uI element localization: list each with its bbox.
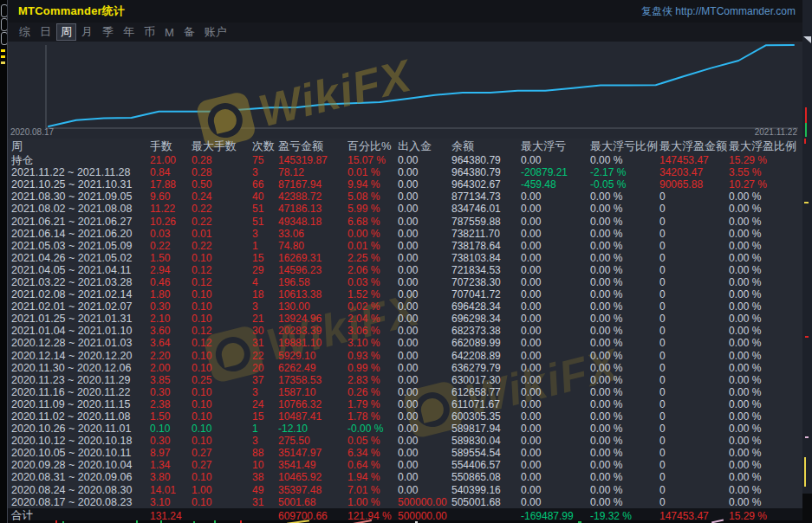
menu-item-月[interactable]: 月: [77, 23, 97, 41]
value-cell: 877134.73: [451, 190, 521, 203]
value-cell: 0: [659, 337, 729, 349]
value-cell: 0.00: [398, 386, 451, 398]
equity-chart[interactable]: 2020.08.17 2021.11.22: [8, 42, 802, 139]
table-row[interactable]: 2020.10.05 ~ 2020.10.118.970.278835147.9…: [8, 447, 802, 459]
table-row[interactable]: 2021.10.25 ~ 2021.10.3117.880.506687167.…: [8, 178, 802, 190]
value-cell: 0.00: [398, 252, 451, 264]
period-cell: 2020.08.31 ~ 2020.09.06: [11, 471, 150, 483]
value-cell: 0.22: [192, 240, 252, 252]
value-cell: 0.00 %: [590, 288, 659, 300]
value-cell: 540399.16: [451, 484, 521, 496]
column-header: 最大浮亏比例: [590, 139, 659, 154]
table-row[interactable]: 2020.12.14 ~ 2020.12.202.200.10225929.10…: [8, 350, 802, 362]
value-cell: 7.01 %: [348, 484, 398, 496]
menu-item-周[interactable]: 周: [56, 23, 76, 41]
menu-item-账户[interactable]: 账户: [200, 23, 231, 41]
value-cell: 130.00: [278, 300, 348, 313]
menu-item-综[interactable]: 综: [15, 23, 35, 41]
table-row[interactable]: 2020.08.17 ~ 2020.08.233.100.10315001.68…: [8, 496, 802, 508]
value-cell: 0.30: [150, 300, 192, 313]
table-row[interactable]: 2020.08.31 ~ 2020.09.063.800.103810465.9…: [8, 471, 802, 483]
table-row[interactable]: 2020.11.30 ~ 2020.12.062.000.10206262.49…: [8, 362, 802, 374]
table-row[interactable]: 2020.12.28 ~ 2021.01.033.640.123119881.1…: [8, 337, 802, 349]
value-cell: 0.00 %: [729, 459, 803, 471]
value-cell: 3: [252, 300, 278, 313]
value-cell: 14.01: [150, 484, 192, 496]
value-cell: 0.00 %: [729, 374, 803, 386]
value-cell: 0.10: [150, 423, 192, 435]
value-cell: 1587.10: [278, 386, 348, 398]
value-cell: 0.01 %: [348, 240, 398, 252]
value-cell: 0.00: [521, 496, 590, 508]
table-row[interactable]: 持仓21.000.2875145319.8715.07 %0.00964380.…: [8, 154, 802, 166]
table-row[interactable]: 2021.06.14 ~ 2021.06.200.030.01333.060.0…: [8, 228, 802, 240]
candle-mark: [804, 139, 806, 144]
value-cell: 0.00 %: [729, 313, 803, 325]
table-row[interactable]: 2021.01.04 ~ 2021.01.103.600.123020283.3…: [8, 325, 802, 337]
ma-line-mark: [805, 436, 809, 438]
value-cell: 0.00: [398, 471, 451, 483]
table-row[interactable]: 2020.08.24 ~ 2020.08.3014.011.004935397.…: [8, 484, 802, 496]
value-cell: 20283.39: [278, 325, 348, 337]
table-row[interactable]: 2020.10.12 ~ 2020.10.180.300.103275.500.…: [8, 435, 802, 447]
value-cell: 0.00: [398, 154, 451, 166]
value-cell: 0.00 %: [729, 240, 803, 252]
table-row[interactable]: 2021.05.03 ~ 2021.05.090.220.22174.800.0…: [8, 240, 802, 252]
table-row[interactable]: 2021.08.30 ~ 2021.09.059.600.244042388.7…: [8, 190, 802, 203]
menu-item-币[interactable]: 币: [140, 23, 159, 41]
period-cell: 2021.03.22 ~ 2021.03.28: [11, 276, 150, 288]
period-cell: 2020.12.28 ~ 2021.01.03: [11, 337, 150, 349]
table-body: 持仓21.000.2875145319.8715.07 %0.00964380.…: [8, 154, 802, 508]
menu-item-备[interactable]: 备: [179, 23, 199, 41]
table-row[interactable]: 2021.08.02 ~ 2021.08.0811.220.225147186.…: [8, 203, 802, 215]
table-row[interactable]: 2020.11.16 ~ 2020.11.220.300.1031587.100…: [8, 386, 802, 398]
value-cell: 0: [659, 471, 729, 483]
value-cell: 0.25: [192, 374, 252, 386]
value-cell: 3: [252, 386, 278, 398]
value-cell: 147453.47: [659, 154, 729, 166]
menu-item-日[interactable]: 日: [36, 23, 55, 41]
value-cell: 0.00 %: [590, 300, 659, 313]
value-cell: 0: [659, 216, 729, 228]
value-cell: 1.00 %: [348, 496, 398, 508]
value-cell: 10766.32: [278, 398, 348, 410]
candle-mark: [805, 123, 807, 137]
period-cell: 2021.11.22 ~ 2021.11.28: [11, 166, 150, 178]
value-cell: 0.64 %: [348, 459, 398, 471]
table-row[interactable]: 2021.03.22 ~ 2021.03.280.460.124196.580.…: [8, 276, 802, 288]
menu-item-年[interactable]: 年: [119, 23, 139, 41]
value-cell: 40: [252, 190, 278, 203]
table-row[interactable]: 2020.09.28 ~ 2020.10.041.340.27103541.49…: [8, 459, 802, 471]
table-row[interactable]: 2020.11.23 ~ 2020.11.293.850.253717358.5…: [8, 374, 802, 386]
value-cell: 0.00: [398, 398, 451, 410]
period-cell: 2021.08.30 ~ 2021.09.05: [11, 190, 150, 203]
value-cell: 0.99 %: [348, 362, 398, 374]
table-row[interactable]: 2021.04.26 ~ 2021.05.021.500.101516269.3…: [8, 252, 802, 264]
table-row[interactable]: 2021.02.01 ~ 2021.02.070.300.103130.000.…: [8, 300, 802, 313]
menu-item-M[interactable]: M: [160, 25, 179, 40]
value-cell: 611071.67: [451, 398, 521, 410]
table-row[interactable]: 2020.11.02 ~ 2020.11.081.500.101510487.4…: [8, 410, 802, 423]
value-cell: 0: [659, 203, 729, 215]
table-row[interactable]: 2021.01.25 ~ 2021.01.312.100.102113924.9…: [8, 313, 802, 325]
value-cell: 1: [252, 240, 278, 252]
value-cell: 3: [252, 166, 278, 178]
menu-item-季[interactable]: 季: [98, 23, 118, 41]
table-row[interactable]: 2021.11.22 ~ 2021.11.280.840.28378.120.0…: [8, 166, 802, 178]
total-row[interactable]: 合计131.24609700.66121.94 %500000.00-16948…: [8, 508, 806, 520]
table-row[interactable]: 2020.11.09 ~ 2020.11.152.380.102410766.3…: [8, 398, 802, 410]
value-cell: 51: [252, 203, 278, 215]
value-cell: 0.00: [398, 264, 451, 276]
table-row[interactable]: 2021.04.05 ~ 2021.04.112.940.122914596.2…: [8, 264, 802, 276]
value-cell: 0.00: [398, 410, 451, 423]
value-cell: 13924.96: [278, 313, 348, 325]
value-cell: 3541.49: [278, 459, 348, 471]
table-row[interactable]: 2021.02.08 ~ 2021.02.141.800.101810613.3…: [8, 288, 802, 300]
brand-link[interactable]: 复盘侠 http://MTCommander.com: [641, 4, 796, 19]
table-row[interactable]: 2021.06.21 ~ 2021.06.2710.260.225149348.…: [8, 215, 802, 227]
value-cell: 0.00: [521, 447, 590, 459]
value-cell: 0.00: [398, 484, 451, 496]
value-cell: 630017.30: [451, 374, 521, 386]
table-row[interactable]: 2020.10.26 ~ 2020.11.010.100.101-12.10-0…: [8, 423, 802, 435]
chart-end-date: 2021.11.22: [755, 127, 797, 137]
